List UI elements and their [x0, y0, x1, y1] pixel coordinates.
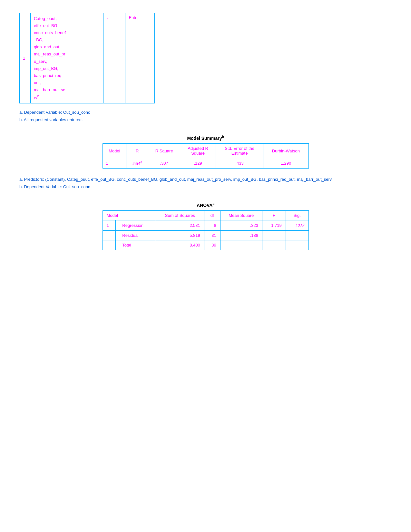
summary-title-superscript: b [222, 135, 224, 139]
anova-sig-regression: .133b [286, 220, 308, 231]
adj-r-value: .129 [180, 158, 216, 169]
anova-model-1: 1 [103, 220, 116, 231]
list-item: effe_out_BG, [34, 22, 100, 29]
anova-section: ANOVAa Model Sum of Squares df Mean Squa… [19, 202, 392, 255]
col-r: R [126, 144, 148, 158]
list-item: Categ_ouut, [34, 15, 100, 22]
variable-list: Categ_ouut, effe_out_BG, conc_outs_benef… [34, 15, 100, 101]
r-superscript: a [141, 160, 142, 164]
anova-col-f: F [262, 211, 286, 220]
list-item: maj_reas_out_pr [34, 51, 100, 58]
anova-title: ANOVAa [197, 202, 214, 208]
anova-sumsq-regression: 2.581 [156, 220, 204, 231]
anova-sig-residual [286, 231, 308, 240]
model-number: 1 [20, 13, 31, 103]
summary-footnotes: a. Predictors: (Constant), Categ_ouut, e… [19, 177, 392, 189]
anova-col-sumsq: Sum of Squares [156, 211, 204, 220]
col-stderr: Std. Error of theEstimate [216, 144, 263, 158]
anova-meansq-total [220, 240, 262, 250]
anova-model-blank1 [103, 231, 116, 240]
table-row: 1 .554a .307 .129 .433 1.290 [103, 158, 308, 169]
anova-sumsq-total: 8.400 [156, 240, 204, 250]
list-item: o_serv, [34, 58, 100, 65]
footnote-b: b. All requested variables entered. [19, 117, 392, 122]
col-model: Model [103, 144, 126, 158]
table-row: Total 8.400 39 [103, 240, 308, 250]
summary-footnote-b: b. Dependent Variable: Out_sou_conc [19, 184, 392, 189]
anova-model-blank2 [103, 240, 116, 250]
list-item: maj_barr_out_se [34, 86, 100, 93]
footnote-a: a. Dependent Variable: Out_sou_conc [19, 110, 392, 115]
anova-col-model: Model [103, 211, 156, 220]
list-item: rvb [34, 93, 100, 101]
model-summary-table: Model R R Square Adjusted RSquare Std. E… [103, 143, 309, 169]
col-dw: Durbin-Watson [263, 144, 308, 158]
summary-footnote-a: a. Predictors: (Constant), Categ_ouut, e… [19, 177, 392, 182]
dw-value: 1.290 [263, 158, 308, 169]
anova-df-regression: 8 [204, 220, 220, 231]
anova-sumsq-residual: 5.819 [156, 231, 204, 240]
anova-f-regression: 1.719 [262, 220, 286, 231]
model-summary-title: Model Summaryb [187, 135, 224, 141]
list-item: bas_princi_req_ [34, 72, 100, 79]
model-summary-center: Model Summaryb Model R R Square Adjusted… [19, 135, 392, 174]
std-error-value: .433 [216, 158, 263, 169]
model-summary-section: Model Summaryb Model R R Square Adjusted… [19, 135, 392, 189]
table-row: Residual 5.819 31 .188 [103, 231, 308, 240]
anova-col-df: df [204, 211, 220, 220]
anova-f-total [262, 240, 286, 250]
table-row: 1 Regression 2.581 8 .323 1.719 .133b [103, 220, 308, 231]
variables-list-cell: Categ_ouut, effe_out_BG, conc_outs_benef… [30, 13, 103, 103]
anova-label-residual: Residual [116, 231, 156, 240]
r-square-value: .307 [148, 158, 180, 169]
anova-label-regression: Regression [116, 220, 156, 231]
col-rsquare: R Square [148, 144, 180, 158]
variables-entered-table: 1 Categ_ouut, effe_out_BG, conc_outs_ben… [19, 13, 155, 103]
anova-df-total: 39 [204, 240, 220, 250]
model-num: 1 [103, 158, 126, 169]
col-adjr: Adjusted RSquare [180, 144, 216, 158]
anova-title-superscript: a [212, 202, 214, 206]
anova-meansq-residual: .188 [220, 231, 262, 240]
anova-meansq-regression: .323 [220, 220, 262, 231]
list-item: conc_outs_benef [34, 29, 100, 36]
sig-superscript: b [303, 223, 305, 226]
list-item: out, [34, 79, 100, 86]
anova-col-meansq: Mean Square [220, 211, 262, 220]
anova-sig-total [286, 240, 308, 250]
anova-col-sig: Sig. [286, 211, 308, 220]
anova-center: ANOVAa Model Sum of Squares df Mean Squa… [19, 202, 392, 255]
superscript-b: b [37, 94, 39, 98]
anova-f-residual [262, 231, 286, 240]
list-item: _BG, [34, 36, 100, 44]
list-item: imp_out_BG, [34, 65, 100, 72]
list-item: glob_and_out, [34, 44, 100, 51]
r-value: .554a [126, 158, 148, 169]
anova-df-residual: 31 [204, 231, 220, 240]
anova-label-total: Total [116, 240, 156, 250]
variables-removed-cell: . [103, 13, 125, 103]
anova-table: Model Sum of Squares df Mean Square F Si… [103, 210, 309, 250]
method-cell: Enter [125, 13, 155, 103]
variables-footnotes: a. Dependent Variable: Out_sou_conc b. A… [19, 110, 392, 122]
